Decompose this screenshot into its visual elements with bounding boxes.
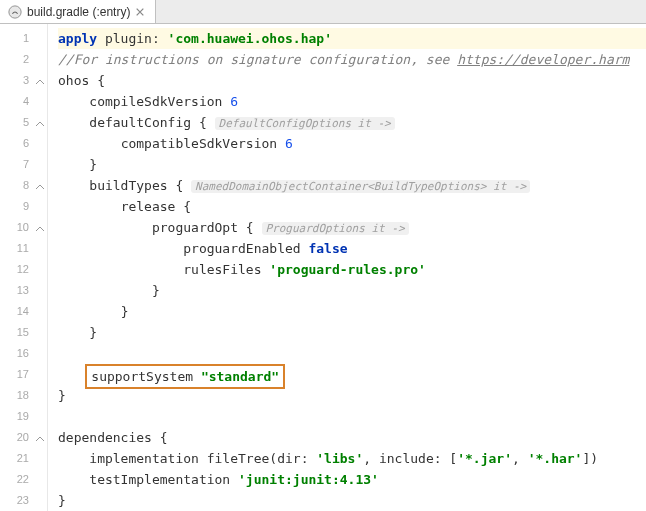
inlay-hint: ProguardOptions it -> xyxy=(262,222,409,235)
code-line: proguardEnabled false xyxy=(58,238,646,259)
line-number: 9 xyxy=(0,196,47,217)
code-editor[interactable]: 1 2 3 4 5 6 7 8 9 10 11 12 13 14 15 16 1… xyxy=(0,24,646,511)
code-line: defaultConfig { DefaultConfigOptions it … xyxy=(58,112,646,133)
code-line xyxy=(58,406,646,427)
tab-build-gradle[interactable]: build.gradle (:entry) xyxy=(0,0,156,23)
line-number: 13 xyxy=(0,280,47,301)
line-number: 7 xyxy=(0,154,47,175)
code-line xyxy=(58,343,646,364)
highlight-box: supportSystem "standard" xyxy=(85,364,285,389)
line-number: 11 xyxy=(0,238,47,259)
code-line: rulesFiles 'proguard-rules.pro' xyxy=(58,259,646,280)
code-line: compatibleSdkVersion 6 xyxy=(58,133,646,154)
code-line: } xyxy=(58,154,646,175)
line-number: 3 xyxy=(0,70,47,91)
line-number: 21 xyxy=(0,448,47,469)
close-icon[interactable] xyxy=(135,6,147,18)
line-number: 14 xyxy=(0,301,47,322)
fold-icon[interactable] xyxy=(33,74,45,86)
code-line: apply plugin: 'com.huawei.ohos.hap' xyxy=(58,28,646,49)
fold-icon[interactable] xyxy=(33,221,45,233)
code-line: } xyxy=(58,301,646,322)
line-number: 4 xyxy=(0,91,47,112)
line-number: 16 xyxy=(0,343,47,364)
code-line: supportSystem "standard" xyxy=(58,364,646,385)
code-line: //For instructions on signature configur… xyxy=(58,49,646,70)
line-number: 17 xyxy=(0,364,47,385)
line-number: 23 xyxy=(0,490,47,511)
line-number: 15 xyxy=(0,322,47,343)
gradle-icon xyxy=(8,5,22,19)
line-number: 5 xyxy=(0,112,47,133)
fold-icon[interactable] xyxy=(33,431,45,443)
code-line: proguardOpt { ProguardOptions it -> xyxy=(58,217,646,238)
code-line: testImplementation 'junit:junit:4.13' xyxy=(58,469,646,490)
fold-icon[interactable] xyxy=(33,179,45,191)
code-line: dependencies { xyxy=(58,427,646,448)
line-number: 18 xyxy=(0,385,47,406)
inlay-hint: NamedDomainObjectContainer<BuildTypeOpti… xyxy=(191,180,530,193)
line-number: 19 xyxy=(0,406,47,427)
line-number: 2 xyxy=(0,49,47,70)
line-number: 1 xyxy=(0,28,47,49)
code-line: buildTypes { NamedDomainObjectContainer<… xyxy=(58,175,646,196)
code-line: implementation fileTree(dir: 'libs', inc… xyxy=(58,448,646,469)
fold-icon[interactable] xyxy=(33,116,45,128)
line-number: 10 xyxy=(0,217,47,238)
line-number: 6 xyxy=(0,133,47,154)
line-number: 20 xyxy=(0,427,47,448)
code-line: } xyxy=(58,280,646,301)
code-line: } xyxy=(58,490,646,511)
line-number: 8 xyxy=(0,175,47,196)
tab-label: build.gradle (:entry) xyxy=(27,5,130,19)
inlay-hint: DefaultConfigOptions it -> xyxy=(215,117,395,130)
line-number: 12 xyxy=(0,259,47,280)
line-gutter: 1 2 3 4 5 6 7 8 9 10 11 12 13 14 15 16 1… xyxy=(0,24,48,511)
code-line: release { xyxy=(58,196,646,217)
code-line: compileSdkVersion 6 xyxy=(58,91,646,112)
code-line: ohos { xyxy=(58,70,646,91)
tab-bar: build.gradle (:entry) xyxy=(0,0,646,24)
code-line: } xyxy=(58,322,646,343)
code-area[interactable]: apply plugin: 'com.huawei.ohos.hap' //Fo… xyxy=(48,24,646,511)
line-number: 22 xyxy=(0,469,47,490)
